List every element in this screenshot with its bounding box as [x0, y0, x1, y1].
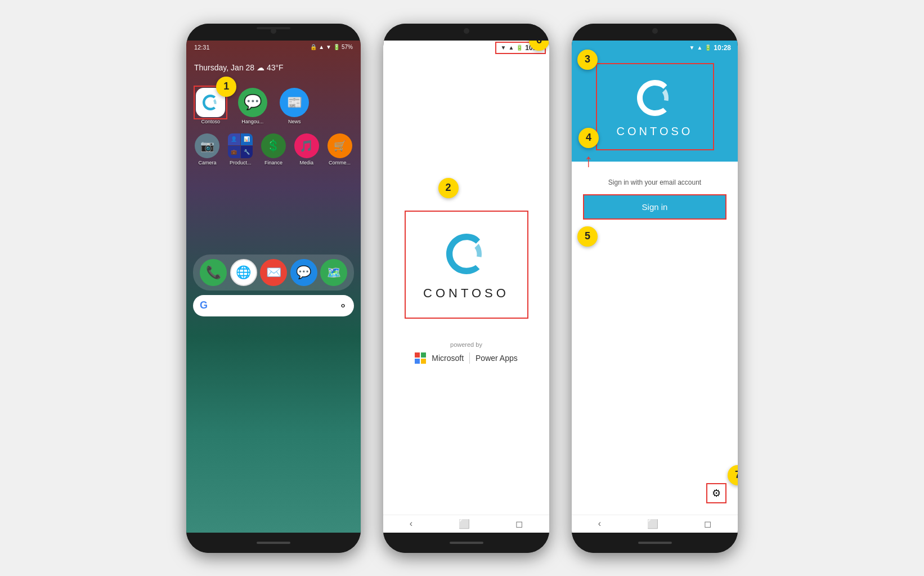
phone-2-top [383, 24, 549, 41]
dock: 📞 🌐 ✉️ 💬 🗺️ [193, 254, 354, 291]
phone-icon: 📞 [200, 259, 227, 286]
gmail-dock-app[interactable]: ✉️ [260, 259, 287, 286]
date-text: Thursday, Jan 28 ☁ 43°F [194, 63, 353, 72]
annotation-1: 1 [216, 77, 236, 97]
google-g-icon: G [200, 300, 208, 311]
recents-btn-2[interactable]: ◻ [515, 519, 523, 529]
phone-2: ▼ ▲ 🔋 10:28 6 2 [383, 24, 549, 553]
search-bar[interactable]: G ⚬ [193, 295, 354, 316]
phone-2-nav: ‹ ⬜ ◻ [383, 515, 549, 533]
contoso-signin-name: CONTOSO [617, 125, 693, 138]
ms-label: Microsoft [432, 354, 464, 363]
home-btn-3[interactable]: ⬜ [647, 519, 658, 529]
contoso-c-logo-signin [633, 75, 678, 120]
hangouts-icon: 💬 [238, 88, 267, 117]
hangouts-label: Hangou... [241, 119, 263, 124]
phone-3: ▼ ▲ 🔋 10:28 3 [572, 24, 738, 553]
screen-3-inner: ▼ ▲ 🔋 10:28 3 [572, 41, 738, 533]
status-bar-3: ▼ ▲ 🔋 10:28 [572, 41, 738, 55]
annotation-2-label: 2 [445, 182, 451, 194]
commerce-label: Comme... [329, 160, 351, 166]
signin-description: Sign in with your email account [608, 178, 701, 186]
camera-app[interactable]: 📷 Camera [193, 133, 222, 166]
signal-icon: ▲ [319, 44, 324, 50]
phone-1-top [186, 24, 361, 41]
camera-3 [652, 28, 658, 34]
home-indicator-3 [638, 542, 672, 544]
ms-power-apps-row: Microsoft Power Apps [415, 352, 518, 364]
chrome-dock-app[interactable]: 🌐 [230, 259, 257, 286]
battery-icon-3: 🔋 [705, 44, 711, 51]
signin-logo-box: CONTOSO [596, 63, 714, 150]
phone-dock-app[interactable]: 📞 [200, 259, 227, 286]
phone-3-bottom [572, 533, 738, 553]
powered-by-section: powered by Microsoft Power Apps [415, 341, 518, 364]
status-area-2: ▼ ▲ 🔋 10:28 6 [383, 41, 549, 55]
contoso-splash-name: CONTOSO [423, 286, 509, 301]
messages-icon: 💬 [290, 259, 317, 286]
ms-logo [415, 352, 426, 364]
settings-button[interactable]: ⚙ [706, 483, 726, 503]
annotation-7-label: 7 [735, 469, 738, 481]
commerce-icon: 🛒 [328, 133, 352, 158]
gmail-icon: ✉️ [260, 259, 287, 286]
powered-by-text: powered by [415, 341, 518, 348]
finance-label: Finance [264, 160, 282, 166]
annotation-1-label: 1 [223, 81, 229, 92]
contoso-splash-box: CONTOSO [405, 211, 528, 319]
product-label: Product... [230, 160, 252, 166]
home-btn-2[interactable]: ⬜ [459, 519, 470, 529]
signin-bottom: 4 ↑ Sign in with your email account Sign… [572, 162, 738, 515]
hangouts-app[interactable]: 💬 Hangou... [235, 88, 271, 124]
pa-label: Power Apps [476, 354, 518, 363]
contoso-c-logo-large [441, 229, 492, 279]
product-app[interactable]: 👤 📊 💼 🔧 Product... [226, 133, 255, 166]
annotation-3: 3 [577, 50, 598, 70]
screen-2-inner: ▼ ▲ 🔋 10:28 6 2 [383, 41, 549, 533]
contoso-app[interactable]: 1 Contoso [193, 88, 228, 124]
chrome-icon: 🌐 [230, 259, 257, 286]
time-3: 10:28 [714, 44, 731, 52]
battery-icon: 🔋 [333, 44, 340, 50]
messages-dock-app[interactable]: 💬 [290, 259, 317, 286]
recents-btn-3[interactable]: ◻ [704, 519, 711, 529]
divider [469, 352, 470, 364]
news-icon: 📰 [280, 88, 309, 117]
finance-app[interactable]: 💲 Finance [259, 133, 288, 166]
annotation-5-label: 5 [585, 230, 590, 242]
status-icons: 🔒 ▲ ▼ 🔋 57% [310, 44, 353, 50]
product-icon: 👤 📊 💼 🔧 [228, 133, 253, 158]
annotation-6-label: 6 [536, 41, 542, 47]
news-label: News [288, 119, 301, 124]
signin-button[interactable]: Sign in [583, 194, 726, 220]
commerce-app[interactable]: 🛒 Comme... [325, 133, 354, 166]
date-weather: Thursday, Jan 28 ☁ 43°F [186, 54, 361, 77]
annotation-4: 4 [578, 128, 599, 148]
media-app[interactable]: 🎵 Media [292, 133, 321, 166]
news-app[interactable]: 📰 News [277, 88, 312, 124]
annotation-5: 5 [577, 226, 598, 247]
google-dots-icon: ⚬ [339, 300, 347, 312]
camera-label: Camera [198, 160, 216, 166]
phone-3-nav: ‹ ⬜ ◻ [572, 515, 738, 533]
status-icons-3: ▼ ▲ 🔋 10:28 [689, 44, 731, 52]
speaker [257, 27, 290, 29]
media-label: Media [300, 160, 314, 166]
arrow-up-icon: ↑ [584, 151, 593, 169]
camera-icon: 📷 [195, 133, 219, 158]
wifi-icon-3: ▼ [689, 44, 694, 51]
phone-1: 12:31 🔒 ▲ ▼ 🔋 57% Thursday, Jan 28 ☁ 43°… [186, 24, 361, 553]
splash-content: 2 CONTOSO powered by [383, 55, 549, 515]
lock-icon: 🔒 [310, 44, 317, 50]
back-btn-2[interactable]: ‹ [410, 519, 412, 529]
back-btn-3[interactable]: ‹ [598, 519, 601, 529]
maps-dock-app[interactable]: 🗺️ [320, 259, 347, 286]
annotation-4-label: 4 [586, 132, 591, 144]
media-icon: 🎵 [294, 133, 319, 158]
battery-percent: 57% [342, 44, 353, 50]
phone-2-screen: ▼ ▲ 🔋 10:28 6 2 [383, 41, 549, 533]
contoso-label: Contoso [201, 119, 220, 124]
annotation-2: 2 [438, 178, 459, 198]
app-grid-row2: 📷 Camera 👤 📊 💼 🔧 Product... 💲 Finance 🎵 … [186, 130, 361, 171]
app-grid-row1: 1 Contoso 💬 Hangou... 📰 News [186, 77, 361, 130]
